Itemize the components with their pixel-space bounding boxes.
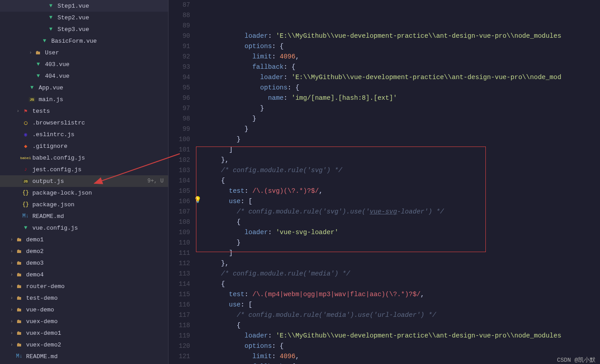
tree-item--browserslistrc[interactable]: ◯.browserslistrc — [0, 117, 168, 129]
code-line[interactable]: { — [205, 176, 600, 186]
code-line[interactable]: loader: 'vue-svg-loader' — [205, 227, 600, 238]
code-line[interactable]: /* config.module.rule('media') */ — [205, 269, 600, 279]
tree-label: router-demo — [26, 283, 168, 290]
tree-label: babel.config.js — [32, 155, 168, 161]
code-line[interactable]: options: { — [205, 83, 600, 93]
tree-item-main-js[interactable]: JSmain.js — [0, 93, 168, 105]
code-line[interactable]: fallback: { — [205, 62, 600, 72]
tree-label: BasicForm.vue — [51, 38, 168, 44]
tree-item-Step1-vue[interactable]: ▼Step1.vue — [0, 0, 168, 12]
code-line[interactable]: test: /\.(svg)(\?.*)?$/, — [205, 186, 600, 196]
tree-item-babel-config-js[interactable]: babelbabel.config.js — [0, 152, 168, 164]
code-line[interactable]: use: [ — [205, 300, 600, 310]
tree-label: README.md — [32, 213, 168, 220]
code-line[interactable]: ] — [205, 145, 600, 155]
tree-item-jest-config-js[interactable]: ♪jest.config.js — [0, 164, 168, 175]
tree-item-demo3[interactable]: ›🖿demo3 — [0, 257, 168, 269]
tree-item-package-lock-json[interactable]: {}package-lock.json — [0, 187, 168, 199]
code-line[interactable]: /* config.module.rule('svg').use('vue-sv… — [205, 207, 600, 217]
tree-label: demo1 — [26, 236, 168, 243]
code-line[interactable]: loader: 'E:\\MyGithub\\vue-development-p… — [205, 31, 600, 41]
chevron-icon: › — [14, 109, 22, 114]
tree-item-README-md[interactable]: M↓README.md — [0, 210, 168, 222]
chevron-icon: › — [8, 319, 15, 324]
tree-item-Step3-vue[interactable]: ▼Step3.vue — [0, 23, 168, 35]
code-line[interactable]: name: 'img/[name].[hash:8].[ext]' — [205, 93, 600, 103]
code-line[interactable]: /* config.module.rule('media').use('url-… — [205, 310, 600, 320]
tree-item--eslintrc-js[interactable]: ◉.eslintrc.js — [0, 129, 168, 140]
line-number: 118 — [169, 320, 190, 331]
code-line[interactable]: use: [ — [205, 196, 600, 207]
tree-label: package.json — [32, 201, 168, 208]
file-explorer[interactable]: ▼Step1.vue▼Step2.vue▼Step3.vue▼BasicForm… — [0, 0, 169, 364]
watermark: CSDN @凯小默 — [557, 356, 596, 364]
tree-item-403-vue[interactable]: ▼403.vue — [0, 58, 168, 70]
line-number: 112 — [169, 258, 190, 269]
tree-item-404-vue[interactable]: ▼404.vue — [0, 70, 168, 82]
code-line[interactable]: limit: 4096, — [205, 52, 600, 62]
code-editor[interactable]: 8788899091929394959697989910010110210310… — [169, 0, 600, 364]
line-number: 103 — [169, 165, 190, 176]
chevron-icon: › — [8, 261, 15, 266]
code-line[interactable]: options: { — [205, 41, 600, 52]
tree-item-test-demo[interactable]: ›🖿test-demo — [0, 292, 168, 304]
line-number: 100 — [169, 134, 190, 145]
line-number: 102 — [169, 155, 190, 165]
code-line[interactable]: }, — [205, 155, 600, 165]
tree-item-router-demo[interactable]: ›🖿router-demo — [0, 280, 168, 292]
tree-item-demo2[interactable]: ›🖿demo2 — [0, 245, 168, 257]
code-line[interactable]: limit: 4096, — [205, 351, 600, 362]
tree-item-README-md[interactable]: M↓README.md — [0, 351, 168, 362]
code-line[interactable]: } — [205, 238, 600, 248]
tree-item-demo4[interactable]: ›🖿demo4 — [0, 269, 168, 280]
code-line[interactable]: /* config.module.rule('svg') */ — [205, 165, 600, 176]
tree-item-demo1[interactable]: ›🖿demo1 — [0, 234, 168, 245]
chevron-icon: › — [8, 342, 15, 347]
code-line[interactable]: fallback: { — [205, 362, 600, 364]
tree-item-vue-demo[interactable]: ›🖿vue-demo — [0, 304, 168, 315]
code-line[interactable]: } — [205, 103, 600, 114]
tree-item-App-vue[interactable]: ▼App.vue — [0, 82, 168, 93]
line-number: 87 — [169, 0, 190, 10]
tree-item-output-js[interactable]: JSoutput.js9+, U — [0, 175, 168, 187]
tree-item-vuex-demo[interactable]: ›🖿vuex-demo — [0, 315, 168, 327]
code-line[interactable]: { — [205, 217, 600, 227]
code-line[interactable]: } — [205, 134, 600, 145]
tree-label: vuex-demo1 — [26, 330, 168, 337]
tree-item-package-json[interactable]: {}package.json — [0, 199, 168, 210]
tree-label: vuex-demo2 — [26, 342, 168, 348]
code-line[interactable]: } — [205, 114, 600, 124]
line-number: 119 — [169, 331, 190, 341]
line-number: 111 — [169, 248, 190, 258]
code-line[interactable]: options: { — [205, 341, 600, 351]
tree-label: README.md — [26, 353, 168, 360]
tree-item-vue-config-js[interactable]: ▼vue.config.js — [0, 222, 168, 234]
code-line[interactable]: loader: 'E:\\MyGithub\\vue-development-p… — [205, 72, 600, 83]
tree-item-User[interactable]: ›🖿User — [0, 47, 168, 58]
line-number: 95 — [169, 83, 190, 93]
line-number: 97 — [169, 103, 190, 114]
tree-item-BasicForm-vue[interactable]: ▼BasicForm.vue — [0, 35, 168, 47]
code-line[interactable]: ] — [205, 248, 600, 258]
code-line[interactable]: { — [205, 279, 600, 289]
code-line[interactable]: }, — [205, 258, 600, 269]
tree-item-Step2-vue[interactable]: ▼Step2.vue — [0, 12, 168, 23]
line-number: 105 — [169, 186, 190, 196]
chevron-icon: › — [8, 249, 15, 254]
line-number: 94 — [169, 72, 190, 83]
line-number: 116 — [169, 300, 190, 310]
tree-item-vuex-demo2[interactable]: ›🖿vuex-demo2 — [0, 339, 168, 351]
tree-label: test-demo — [26, 295, 168, 302]
tree-label: Step3.vue — [58, 26, 168, 33]
lightbulb-icon[interactable]: 💡 — [194, 196, 201, 204]
code-content[interactable]: loader: 'E:\\MyGithub\\vue-development-p… — [203, 0, 600, 364]
code-line[interactable]: test: /\.(mp4|webm|ogg|mp3|wav|flac|aac)… — [205, 289, 600, 300]
code-line[interactable]: } — [205, 124, 600, 134]
code-line[interactable]: loader: 'E:\\MyGithub\\vue-development-p… — [205, 331, 600, 341]
tree-item-vuex-demo1[interactable]: ›🖿vuex-demo1 — [0, 327, 168, 339]
tree-item--gitignore[interactable]: ◆.gitignore — [0, 140, 168, 152]
code-line[interactable]: { — [205, 320, 600, 331]
tree-item-tests[interactable]: ›⚑tests — [0, 105, 168, 117]
tree-label: demo4 — [26, 271, 168, 278]
tree-label: vue-demo — [26, 306, 168, 313]
